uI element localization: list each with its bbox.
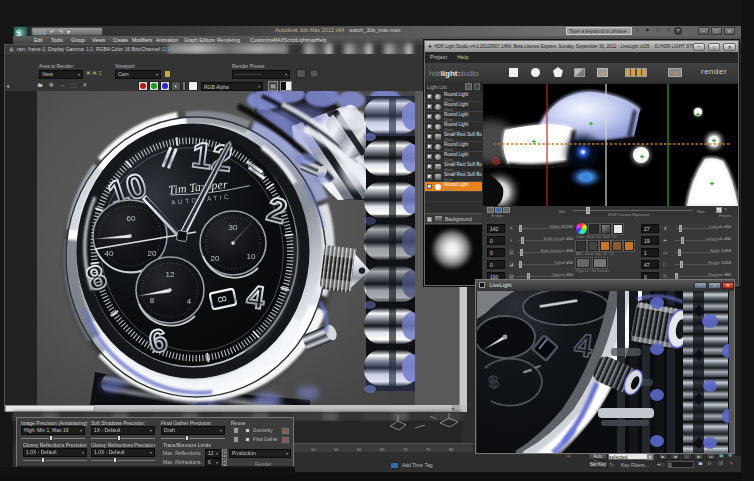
svg-text:30: 30 (229, 223, 238, 232)
svg-text:8: 8 (150, 296, 155, 305)
svg-text:10: 10 (247, 252, 256, 261)
svg-text:20: 20 (211, 254, 220, 263)
svg-text:60: 60 (127, 214, 136, 223)
svg-text:12: 12 (166, 270, 175, 279)
svg-text:20: 20 (148, 249, 157, 258)
svg-text:4: 4 (187, 297, 192, 306)
svg-text:40: 40 (105, 249, 114, 258)
